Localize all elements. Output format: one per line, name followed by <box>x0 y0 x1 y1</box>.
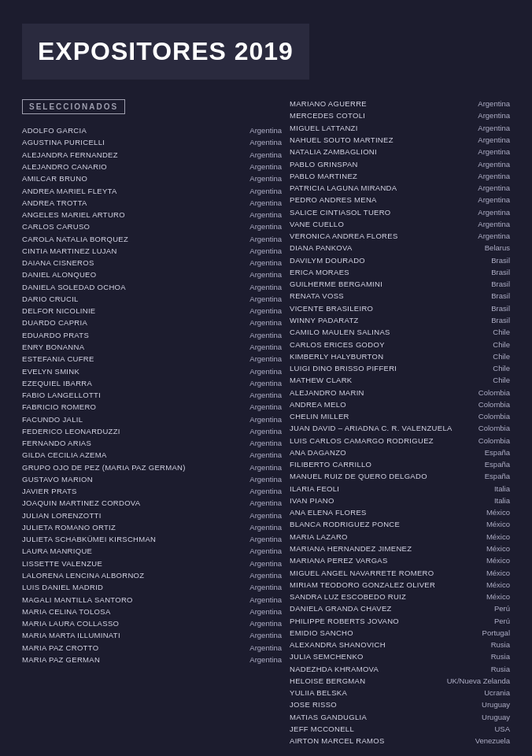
name-text: LUIGI DINO BRISSO PIFFERI <box>290 363 397 374</box>
country-text: Brasil <box>455 255 510 266</box>
name-text: JULIA SEMCHENKO <box>290 651 364 662</box>
country-text: Argentina <box>455 207 510 218</box>
list-item: SALICE CINTIASOL TUEROArgentina <box>290 207 510 218</box>
name-text: EZEQUIEL IBARRA <box>22 378 92 389</box>
list-item: ALEXANDRA SHANOVICHRusia <box>290 639 510 650</box>
list-item: MERCEDES COTOLIArgentina <box>290 110 510 121</box>
country-text: Argentina <box>455 146 510 158</box>
country-text: Argentina <box>227 161 282 172</box>
country-text: Chile <box>455 375 510 386</box>
page: EXPOSITORES 2019 SELECCIONADOS ADOLFO GA… <box>0 0 532 756</box>
list-item: LUIS CARLOS CAMARGO RODRIGUEZColombia <box>290 435 510 447</box>
list-item: EMIDIO SANCHOPortugal <box>290 628 510 639</box>
list-item: FILIBERTO CARRILLOEspaña <box>290 459 510 470</box>
list-item: MANUEL RUIZ DE QUERO DELGADOEspaña <box>290 471 510 482</box>
country-text: Argentina <box>227 534 282 545</box>
country-text: Argentina <box>227 606 282 617</box>
name-text: MIGUEL ANGEL NAVARRETE ROMERO <box>290 568 434 579</box>
country-text: Argentina <box>227 150 282 161</box>
name-text: AIRTON MARCEL RAMOS <box>290 736 385 747</box>
list-item: DANIEL ALONQUEOArgentina <box>22 269 282 280</box>
name-text: MAGALI MANTILLA SANTORO <box>22 595 133 606</box>
name-text: MARIANO AGUERRE <box>290 98 367 109</box>
name-text: DARIO CRUCIL <box>22 294 79 305</box>
country-text: Chile <box>455 327 510 338</box>
country-text: Argentina <box>227 186 282 197</box>
country-text: Argentina <box>455 159 510 170</box>
list-item: GUILHERME BERGAMINIBrasil <box>290 279 510 290</box>
list-item: LAURA MANRIQUEArgentina <box>22 546 282 557</box>
name-text: JULIETA ROMANO ORTIZ <box>22 522 116 533</box>
list-item: LUIS DANIEL MADRIDArgentina <box>22 582 282 593</box>
name-text: FERNANDO ARIAS <box>22 438 91 449</box>
name-text: DAVILYM DOURADO <box>290 255 365 266</box>
name-text: JUAN DAVID – ARIADNA C. R. VALENZUELA <box>290 423 453 434</box>
name-text: BLANCA RODRIGUEZ PONCE <box>290 519 400 530</box>
name-text: GRUPO OJO DE PEZ (Maria Paz German) <box>22 462 186 473</box>
country-text: Argentina <box>227 630 282 641</box>
country-text: Argentina <box>227 221 282 232</box>
name-text: ALEJANDRA FERNANDEZ <box>22 150 118 161</box>
list-item: JULIETA SCHABKÜMEI KIRSCHMANArgentina <box>22 534 282 545</box>
name-text: JAVIER PRATS <box>22 486 77 497</box>
name-text: DELFOR NICOLINIE <box>22 306 95 317</box>
country-text: México <box>455 568 510 579</box>
name-text: ENRY BONANNA <box>22 342 84 353</box>
country-text: Argentina <box>227 402 282 413</box>
name-text: FABRICIO ROMERO <box>22 402 96 413</box>
list-item: PHILIPPE ROBERTS JOVANOPerú <box>290 616 510 627</box>
name-text: EDUARDO PRATS <box>22 330 89 341</box>
list-item: LUIGI DINO BRISSO PIFFERIChile <box>290 363 510 374</box>
country-text: Argentina <box>227 486 282 497</box>
name-text: NAHUEL SOUTO MARTINEZ <box>290 135 393 146</box>
list-item: ALEJANDRA FERNANDEZArgentina <box>22 150 282 161</box>
list-item: ESTEFANIA CUFREArgentina <box>22 354 282 365</box>
country-text: México <box>455 591 510 602</box>
country-text: Argentina <box>227 474 282 485</box>
name-text: MARIA PAZ CROTTO <box>22 643 98 654</box>
list-item: JOAQUIN MARTINEZ CORDOVAArgentina <box>22 498 282 509</box>
list-item: DAVILYM DOURADOBrasil <box>290 255 510 266</box>
name-text: ANDREA MARIEL FLEYTA <box>22 186 117 197</box>
list-item: LALORENA LENCINA ALBORNOZArgentina <box>22 570 282 581</box>
country-text: Argentina <box>227 282 282 293</box>
name-text: LAURA MANRIQUE <box>22 546 92 557</box>
name-text: ANA ELENA FLORES <box>290 507 367 518</box>
list-item: DARIO CRUCILArgentina <box>22 294 282 305</box>
list-item: MARIA CELINA TOLOSAArgentina <box>22 606 282 617</box>
list-item: CARLOS ERICES GODOYChile <box>290 339 510 350</box>
country-text: Uruguay <box>455 699 510 710</box>
list-item: GRUPO OJO DE PEZ (Maria Paz German)Argen… <box>22 462 282 473</box>
country-text: Argentina <box>227 366 282 377</box>
list-item: IVAN PIANOItalia <box>290 495 510 506</box>
country-text: Brasil <box>455 267 510 278</box>
list-item: AIRTON MARCEL RAMOSVenezuela <box>290 736 510 747</box>
name-text: MARIA CELINA TOLOSA <box>22 606 111 617</box>
country-text: Argentina <box>227 258 282 269</box>
list-item: FERNANDO ARIASArgentina <box>22 438 282 449</box>
name-text: ANDREA TROTTA <box>22 198 87 209</box>
name-text: DUARDO CAPRIA <box>22 317 87 328</box>
country-text: Argentina <box>227 438 282 449</box>
name-text: SALICE CINTIASOL TUERO <box>290 207 391 218</box>
name-text: JULIETA SCHABKÜMEI KIRSCHMAN <box>22 534 156 545</box>
name-text: ILARIA FEOLI <box>290 484 339 495</box>
list-item: MIGUEL LATTANZIArgentina <box>290 123 510 134</box>
name-text: GILDA CECILIA AZEMA <box>22 450 107 461</box>
country-text: Argentina <box>227 618 282 629</box>
list-item: PABLO MARTINEZArgentina <box>290 171 510 182</box>
country-text: Rusia <box>455 664 510 675</box>
list-item: ALEJANDRO CANARIOArgentina <box>22 161 282 172</box>
list-item: CAMILO MAULEN SALINASChile <box>290 327 510 338</box>
name-text: JOSE RISSO <box>290 699 337 710</box>
list-item: NAHUEL SOUTO MARTINEZArgentina <box>290 135 510 146</box>
name-text: PATRICIA LAGUNA MIRANDA <box>290 183 397 194</box>
name-text: AGUSTINA PURICELLI <box>22 137 105 148</box>
list-item: FABRICIO ROMEROArgentina <box>22 402 282 413</box>
right-list: MARIANO AGUERREArgentinaMERCEDES COTOLIA… <box>290 98 510 747</box>
name-text: LUIS CARLOS CAMARGO RODRIGUEZ <box>290 435 434 447</box>
country-text: Argentina <box>227 522 282 533</box>
country-text: Argentina <box>227 209 282 220</box>
list-item: YULIIA BELSKAUcrania <box>290 687 510 699</box>
list-item: DELFOR NICOLINIEArgentina <box>22 306 282 317</box>
